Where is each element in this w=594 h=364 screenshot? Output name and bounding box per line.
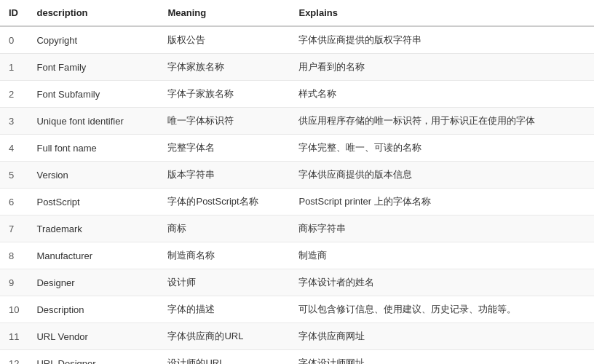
cell-meaning: 制造商名称 xyxy=(159,242,290,269)
cell-explains: 字体供应商提供的版权字符串 xyxy=(290,26,594,54)
cell-id: 9 xyxy=(0,269,28,296)
cell-description: Trademark xyxy=(28,215,159,242)
cell-explains: 字体设计者的姓名 xyxy=(290,269,594,296)
cell-explains: 字体完整、唯一、可读的名称 xyxy=(290,135,594,162)
cell-id: 10 xyxy=(0,296,28,323)
cell-meaning: 字体子家族名称 xyxy=(159,81,290,108)
table-row: 12URL Designer设计师的URL字体设计师网址 xyxy=(0,350,594,365)
cell-id: 5 xyxy=(0,162,28,189)
cell-id: 0 xyxy=(0,26,28,54)
table-row: 9Designer设计师字体设计者的姓名 xyxy=(0,269,594,296)
col-header-meaning: Meaning xyxy=(159,0,290,26)
table-row: 10Description字体的描述可以包含修订信息、使用建议、历史记录、功能等… xyxy=(0,296,594,323)
table-row: 6PostScript字体的PostScript名称PostScript pri… xyxy=(0,189,594,215)
cell-explains: 制造商 xyxy=(290,242,594,269)
cell-description: Font Family xyxy=(28,54,159,81)
cell-id: 12 xyxy=(0,350,28,365)
cell-meaning: 字体家族名称 xyxy=(159,54,290,81)
cell-meaning: 商标 xyxy=(159,215,290,242)
cell-description: URL Designer xyxy=(28,350,159,365)
cell-explains: 商标字符串 xyxy=(290,215,594,242)
cell-id: 4 xyxy=(0,135,28,162)
cell-description: Designer xyxy=(28,269,159,296)
col-header-description: description xyxy=(28,0,159,26)
table-header-row: ID description Meaning Explains xyxy=(0,0,594,26)
cell-description: Copyright xyxy=(28,26,159,54)
cell-description: PostScript xyxy=(28,189,159,215)
cell-description: Manufacturer xyxy=(28,242,159,269)
cell-explains: 可以包含修订信息、使用建议、历史记录、功能等。 xyxy=(290,296,594,323)
cell-explains: 字体供应商提供的版本信息 xyxy=(290,162,594,189)
cell-description: Version xyxy=(28,162,159,189)
cell-explains: 字体供应商网址 xyxy=(290,323,594,350)
table-row: 7Trademark商标商标字符串 xyxy=(0,215,594,242)
cell-meaning: 字体供应商的URL xyxy=(159,323,290,350)
cell-id: 3 xyxy=(0,108,28,135)
cell-explains: 供应用程序存储的唯一标识符，用于标识正在使用的字体 xyxy=(290,108,594,135)
cell-meaning: 设计师 xyxy=(159,269,290,296)
col-header-id: ID xyxy=(0,0,28,26)
col-header-explains: Explains xyxy=(290,0,594,26)
cell-meaning: 字体的PostScript名称 xyxy=(159,189,290,215)
cell-meaning: 字体的描述 xyxy=(159,296,290,323)
cell-explains: 样式名称 xyxy=(290,81,594,108)
cell-id: 6 xyxy=(0,189,28,215)
cell-description: Full font name xyxy=(28,135,159,162)
cell-meaning: 版权公告 xyxy=(159,26,290,54)
cell-id: 11 xyxy=(0,323,28,350)
cell-description: Description xyxy=(28,296,159,323)
cell-description: URL Vendor xyxy=(28,323,159,350)
cell-meaning: 完整字体名 xyxy=(159,135,290,162)
cell-id: 8 xyxy=(0,242,28,269)
table-row: 1Font Family字体家族名称用户看到的名称 xyxy=(0,54,594,81)
table-row: 0Copyright版权公告字体供应商提供的版权字符串 xyxy=(0,26,594,54)
table-row: 4Full font name完整字体名字体完整、唯一、可读的名称 xyxy=(0,135,594,162)
table-row: 2Font Subfamily字体子家族名称样式名称 xyxy=(0,81,594,108)
cell-explains: PostScript printer 上的字体名称 xyxy=(290,189,594,215)
cell-meaning: 版本字符串 xyxy=(159,162,290,189)
table-row: 5Version版本字符串字体供应商提供的版本信息 xyxy=(0,162,594,189)
cell-explains: 用户看到的名称 xyxy=(290,54,594,81)
cell-id: 7 xyxy=(0,215,28,242)
font-info-table: ID description Meaning Explains 0Copyrig… xyxy=(0,0,594,364)
cell-explains: 字体设计师网址 xyxy=(290,350,594,365)
cell-description: Font Subfamily xyxy=(28,81,159,108)
cell-id: 1 xyxy=(0,54,28,81)
table-row: 3Unique font identifier唯一字体标识符供应用程序存储的唯一… xyxy=(0,108,594,135)
cell-meaning: 唯一字体标识符 xyxy=(159,108,290,135)
cell-meaning: 设计师的URL xyxy=(159,350,290,365)
cell-id: 2 xyxy=(0,81,28,108)
cell-description: Unique font identifier xyxy=(28,108,159,135)
table-row: 8Manufacturer制造商名称制造商 xyxy=(0,242,594,269)
table-row: 11URL Vendor字体供应商的URL字体供应商网址 xyxy=(0,323,594,350)
